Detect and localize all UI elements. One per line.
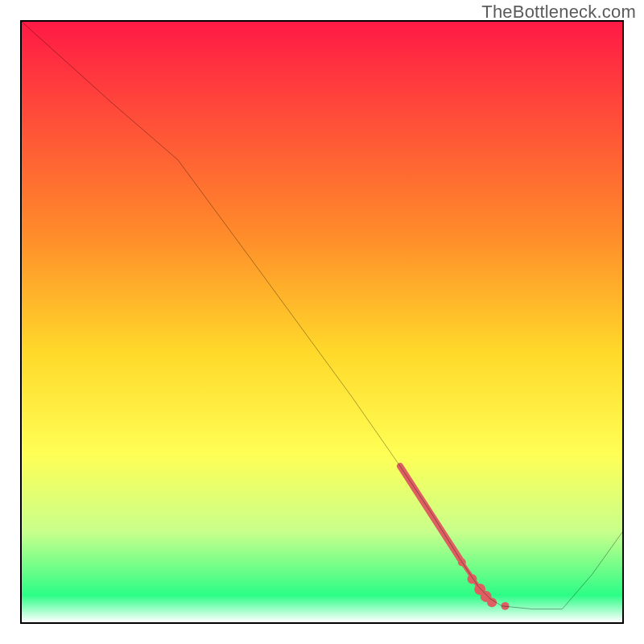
- plot-area: [20, 20, 624, 624]
- highlight-point: [458, 558, 466, 566]
- chart-frame: TheBottleneck.com: [0, 0, 644, 644]
- highlight-point: [487, 597, 497, 607]
- highlight-segment: [400, 466, 460, 559]
- highlight-layer: [400, 466, 510, 610]
- foreground-layer: [22, 22, 622, 622]
- bottleneck-curve: [22, 22, 622, 609]
